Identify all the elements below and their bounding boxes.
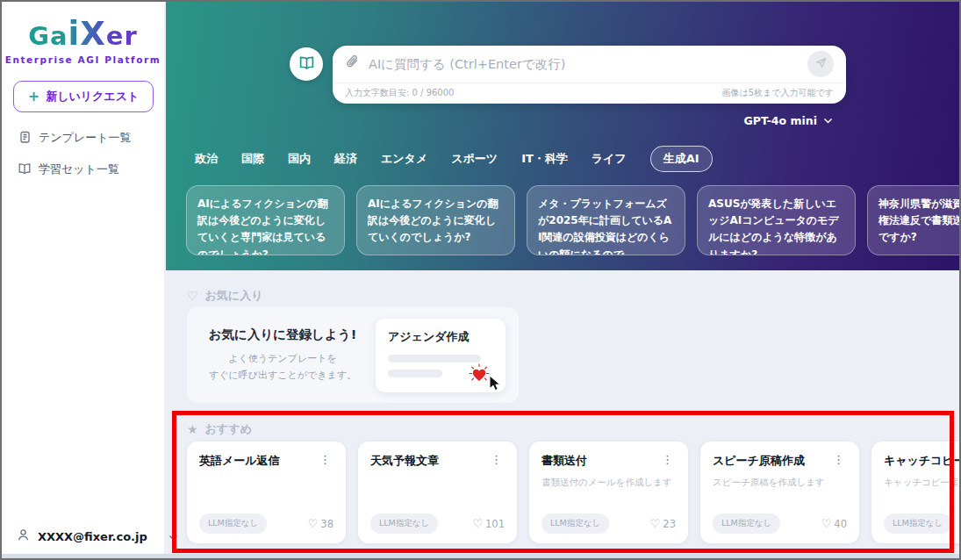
- favorites-header-label: お気に入り: [205, 288, 263, 304]
- attachment-icon[interactable]: [345, 54, 361, 75]
- llm-badge: LLM指定なし: [713, 513, 780, 534]
- chevron-down-icon: [823, 114, 833, 127]
- hero-banner: 入力文字数目安: 0 / 96000 画像は5枚まで入力可能です GPT-4o …: [166, 2, 959, 270]
- app-window: GaiXer Enterprise AGI Platform + 新しいリクエス…: [0, 0, 961, 560]
- heart-outline-icon: ♡: [187, 289, 198, 303]
- brand-wordmark: GaiXer: [2, 16, 164, 54]
- favorites-promo: お気に入りに登録しよう! よく使うテンプレートを すぐに呼び出すことができます。: [187, 307, 378, 403]
- llm-badge: LLM指定なし: [541, 513, 609, 534]
- template-card[interactable]: 英語メール返信 ⋮ LLM指定なし ♡ 38: [187, 442, 346, 543]
- suggestion-card[interactable]: ASUSが発表した新しいエッジAIコンピュータのモデルにはどのような特徴がありま…: [697, 185, 856, 255]
- like-count[interactable]: ♡ 38: [308, 517, 333, 530]
- suggestion-card[interactable]: AIによるフィクションの翻訳は今後どのように変化していくのでしょうか?: [356, 185, 515, 255]
- template-card[interactable]: キャッチコピー案作成 ⋮ キャッチコピー案を作成します LLM指定なし ♡: [871, 442, 959, 543]
- like-count[interactable]: ♡ 23: [650, 517, 676, 530]
- kebab-menu-icon[interactable]: ⋮: [488, 453, 505, 466]
- tab-domestic[interactable]: 国内: [288, 151, 311, 167]
- heart-outline-icon: ♡: [821, 517, 832, 530]
- skeleton-line: [388, 355, 481, 363]
- brand-subtitle: Enterprise AGI Platform: [2, 54, 164, 65]
- learning-set-icon: [18, 162, 32, 178]
- heart-outline-icon: ♡: [650, 517, 661, 530]
- star-icon: ★: [187, 422, 198, 436]
- llm-badge: LLM指定なし: [884, 513, 951, 534]
- template-title: スピーチ原稿作成: [713, 453, 805, 469]
- kebab-menu-icon[interactable]: ⋮: [659, 453, 676, 466]
- favorites-sample-card[interactable]: アジェンダ作成: [376, 319, 506, 392]
- skeleton-line: [388, 370, 442, 377]
- tab-international[interactable]: 国際: [241, 151, 264, 167]
- model-label: GPT-4o mini: [744, 114, 817, 127]
- tab-economy[interactable]: 経済: [334, 151, 357, 167]
- suggestion-card[interactable]: メタ・プラットフォームズが2025年に計画しているAI関連の設備投資はどのくらい…: [527, 185, 685, 255]
- brand-x: iX: [68, 15, 106, 53]
- new-request-button[interactable]: + 新しいリクエスト: [13, 81, 154, 112]
- template-description: スピーチ原稿を作成します: [713, 477, 847, 489]
- bottom-edge-strip: [2, 554, 959, 558]
- sidebar-item-label: 学習セット一覧: [39, 162, 119, 177]
- prompt-library-button[interactable]: [290, 47, 323, 81]
- tab-it-science[interactable]: IT・科学: [521, 151, 568, 167]
- suggestion-card[interactable]: AIによるフィクションの翻訳は今後どのように変化していくと専門家は見ているのでし…: [186, 185, 345, 255]
- like-count-value: 38: [320, 518, 333, 530]
- recommended-header: ★ おすすめ: [187, 421, 252, 437]
- favorites-promo-body: よく使うテンプレートを すぐに呼び出すことができます。: [209, 351, 356, 384]
- prompt-box: 入力文字数目安: 0 / 96000 画像は5枚まで入力可能です: [333, 46, 846, 104]
- image-limit-hint: 画像は5枚まで入力可能です: [721, 87, 834, 99]
- template-description: 書類送付のメールを作成します: [541, 477, 676, 489]
- template-title: 英語メール返信: [199, 453, 280, 469]
- favorites-header: ♡ お気に入り: [187, 288, 262, 304]
- like-count-value: 23: [663, 518, 676, 530]
- sidebar-item-label: テンプレート一覧: [39, 130, 132, 146]
- plus-icon: +: [28, 88, 39, 104]
- char-count-hint: 入力文字数目安: 0 / 96000: [345, 87, 454, 99]
- template-card[interactable]: 書類送付 ⋮ 書類送付のメールを作成します LLM指定なし ♡ 23: [529, 442, 688, 543]
- brand-logo: GaiXer Enterprise AGI Platform: [2, 16, 164, 65]
- like-count-value: 40: [834, 518, 847, 530]
- recommended-cards: 英語メール返信 ⋮ LLM指定なし ♡ 38 天気予報文章 ⋮: [187, 442, 959, 543]
- sidebar-item-templates[interactable]: テンプレート一覧: [18, 130, 164, 147]
- send-button[interactable]: [807, 51, 834, 77]
- suggestion-card[interactable]: 神奈川県警が滋賀県 権法違反で書類送検 ですか?: [867, 185, 959, 255]
- template-description: キャッチコピー案を作成します: [884, 477, 959, 489]
- tab-sports[interactable]: スポーツ: [451, 151, 498, 167]
- send-icon: [814, 56, 828, 72]
- category-tabs: 政治 国際 国内 経済 エンタメ スポーツ IT・科学 ライフ 生成AI: [195, 146, 713, 172]
- recommended-header-label: おすすめ: [205, 421, 252, 437]
- user-account-menu[interactable]: XXXX@fixer.co.jp: [16, 528, 178, 546]
- llm-badge: LLM指定なし: [370, 513, 438, 534]
- kebab-menu-icon[interactable]: ⋮: [830, 453, 847, 466]
- tab-politics[interactable]: 政治: [195, 151, 218, 167]
- chevron-down-icon: [169, 528, 178, 545]
- sidebar: GaiXer Enterprise AGI Platform + 新しいリクエス…: [2, 2, 165, 558]
- favorites-sample-title: アジェンダ作成: [388, 329, 493, 345]
- heart-outline-icon: ♡: [308, 517, 319, 530]
- suggestion-cards: AIによるフィクションの翻訳は今後どのように変化していくと専門家は見ているのでし…: [186, 185, 959, 255]
- brand-prefix: Ga: [28, 21, 68, 51]
- prompt-input[interactable]: [369, 57, 807, 71]
- brand-suffix: er: [106, 21, 138, 51]
- model-selector[interactable]: GPT-4o mini: [692, 114, 833, 127]
- mouse-cursor-icon: [488, 375, 502, 395]
- template-card[interactable]: スピーチ原稿作成 ⋮ スピーチ原稿を作成します LLM指定なし ♡ 40: [700, 442, 859, 543]
- user-email: XXXX@fixer.co.jp: [38, 530, 147, 543]
- kebab-menu-icon[interactable]: ⋮: [317, 453, 333, 466]
- sidebar-item-learning-sets[interactable]: 学習セット一覧: [18, 162, 164, 178]
- tab-entertainment[interactable]: エンタメ: [381, 151, 427, 167]
- template-title: 天気予報文章: [370, 453, 439, 469]
- like-count[interactable]: ♡ 40: [821, 517, 847, 530]
- sidebar-nav: テンプレート一覧 学習セット一覧: [18, 130, 164, 178]
- tab-generative-ai[interactable]: 生成AI: [650, 146, 713, 172]
- main-area: 入力文字数目安: 0 / 96000 画像は5枚まで入力可能です GPT-4o …: [166, 2, 959, 558]
- template-card[interactable]: 天気予報文章 ⋮ LLM指定なし ♡ 101: [358, 442, 517, 543]
- new-request-label: 新しいリクエスト: [46, 89, 139, 104]
- tab-life[interactable]: ライフ: [592, 151, 627, 167]
- template-title: 書類送付: [541, 453, 587, 469]
- book-icon: [298, 54, 315, 75]
- template-list-icon: [18, 130, 32, 147]
- heart-outline-icon: ♡: [472, 517, 483, 530]
- like-count[interactable]: ♡ 101: [472, 517, 505, 530]
- favorites-panel: お気に入りに登録しよう! よく使うテンプレートを すぐに呼び出すことができます。…: [187, 307, 519, 403]
- person-icon: [16, 528, 31, 546]
- llm-badge: LLM指定なし: [199, 513, 267, 534]
